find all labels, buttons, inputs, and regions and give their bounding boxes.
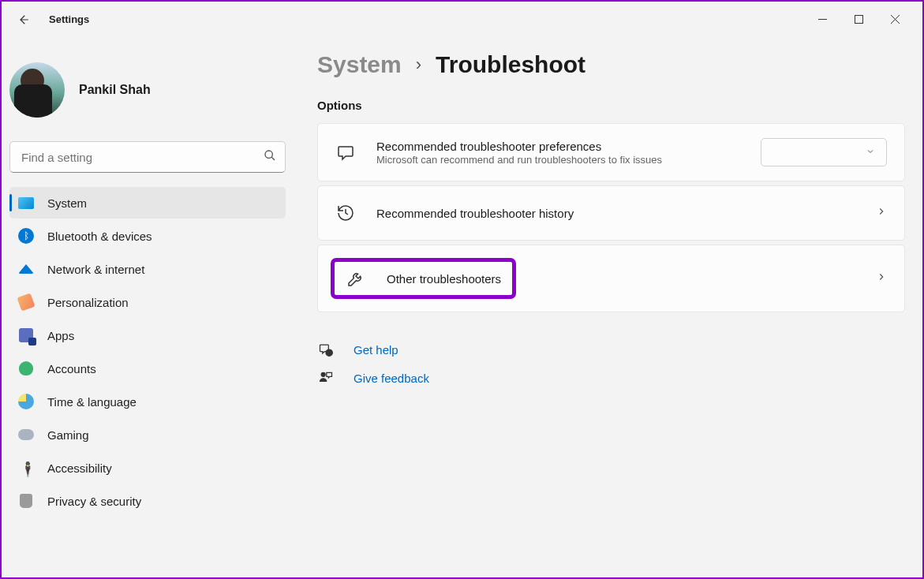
personalization-icon xyxy=(18,294,34,310)
breadcrumb-sep: › xyxy=(416,54,421,75)
feedback-icon xyxy=(317,369,335,387)
nav-label: Personalization xyxy=(47,296,129,309)
card-other-troubleshooters[interactable]: Other troubleshooters xyxy=(317,245,905,312)
nav-list: System ᛒBluetooth & devices Network & in… xyxy=(9,187,286,517)
sidebar: Pankil Shah System ᛒBluetooth & devices … xyxy=(2,37,294,577)
chevron-right-icon xyxy=(876,271,887,286)
back-arrow-icon xyxy=(16,13,30,27)
feedback-link[interactable]: Give feedback xyxy=(317,369,905,387)
sidebar-item-apps[interactable]: Apps xyxy=(9,319,286,351)
help-icon: ? xyxy=(317,341,335,358)
breadcrumb: System › Troubleshoot xyxy=(317,51,905,78)
sidebar-item-system[interactable]: System xyxy=(9,187,286,219)
svg-rect-1 xyxy=(855,16,862,24)
accessibility-icon: 🕴 xyxy=(18,460,34,476)
footer-links: ? Get help Give feedback xyxy=(317,341,905,387)
close-button[interactable] xyxy=(877,7,913,32)
avatar xyxy=(9,62,65,118)
section-heading: Options xyxy=(317,99,905,112)
bluetooth-icon: ᛒ xyxy=(18,228,34,244)
nav-label: Accounts xyxy=(47,362,96,375)
privacy-icon xyxy=(18,493,34,509)
apps-icon xyxy=(18,327,34,343)
search-icon xyxy=(264,149,276,165)
maximize-button[interactable] xyxy=(840,7,877,32)
chevron-right-icon xyxy=(876,206,887,220)
breadcrumb-parent[interactable]: System xyxy=(317,51,402,78)
accounts-icon xyxy=(18,360,34,376)
sidebar-item-gaming[interactable]: Gaming xyxy=(9,419,286,450)
nav-label: Privacy & security xyxy=(47,495,141,508)
back-button[interactable] xyxy=(11,8,35,32)
minimize-icon xyxy=(818,15,827,24)
close-icon xyxy=(891,15,900,24)
nav-label: Time & language xyxy=(47,395,137,409)
card-list: Recommended troubleshooter preferences M… xyxy=(317,123,905,312)
svg-line-5 xyxy=(271,157,275,160)
link-label: Give feedback xyxy=(354,372,429,385)
nav-label: Network & internet xyxy=(47,263,144,276)
svg-text:?: ? xyxy=(327,351,331,356)
card-recommended-prefs[interactable]: Recommended troubleshooter preferences M… xyxy=(317,123,905,181)
wrench-icon xyxy=(346,268,366,289)
prefs-dropdown[interactable] xyxy=(761,138,887,166)
nav-label: Apps xyxy=(47,329,74,342)
sidebar-item-bluetooth[interactable]: ᛒBluetooth & devices xyxy=(9,220,286,252)
sidebar-item-personalization[interactable]: Personalization xyxy=(9,286,286,318)
window-controls xyxy=(804,7,913,32)
sidebar-item-time[interactable]: Time & language xyxy=(9,386,286,417)
profile-name: Pankil Shah xyxy=(79,83,151,97)
card-title: Other troubleshooters xyxy=(387,272,501,286)
highlight-box: Other troubleshooters xyxy=(331,258,516,299)
time-icon xyxy=(18,394,34,409)
card-title: Recommended troubleshooter preferences xyxy=(376,140,761,153)
nav-label: Accessibility xyxy=(47,461,112,475)
breadcrumb-current: Troubleshoot xyxy=(436,51,585,78)
content-area: System › Troubleshoot Options Recommende… xyxy=(294,37,922,577)
chat-icon xyxy=(335,142,356,162)
search-container xyxy=(9,141,286,173)
card-subtitle: Microsoft can recommend and run troubles… xyxy=(376,154,761,166)
sidebar-item-privacy[interactable]: Privacy & security xyxy=(9,485,286,517)
nav-label: Gaming xyxy=(47,428,89,442)
history-icon xyxy=(335,203,356,223)
card-history[interactable]: Recommended troubleshooter history xyxy=(317,185,905,241)
svg-point-4 xyxy=(265,151,272,158)
profile-block[interactable]: Pankil Shah xyxy=(9,43,286,141)
system-icon xyxy=(18,195,34,211)
window-title: Settings xyxy=(49,13,89,25)
sidebar-item-accounts[interactable]: Accounts xyxy=(9,353,286,384)
gaming-icon xyxy=(18,427,34,443)
network-icon xyxy=(18,261,34,277)
svg-point-8 xyxy=(321,372,325,376)
card-title: Recommended troubleshooter history xyxy=(376,207,876,220)
link-label: Get help xyxy=(354,343,398,357)
nav-label: System xyxy=(47,196,87,210)
get-help-link[interactable]: ? Get help xyxy=(317,341,905,358)
sidebar-item-network[interactable]: Network & internet xyxy=(9,253,286,285)
titlebar: Settings xyxy=(2,2,922,37)
chevron-down-icon xyxy=(866,145,875,159)
sidebar-item-accessibility[interactable]: 🕴Accessibility xyxy=(9,452,286,484)
search-input[interactable] xyxy=(9,141,286,173)
minimize-button[interactable] xyxy=(804,7,840,32)
nav-label: Bluetooth & devices xyxy=(47,230,152,243)
maximize-icon xyxy=(855,15,863,24)
